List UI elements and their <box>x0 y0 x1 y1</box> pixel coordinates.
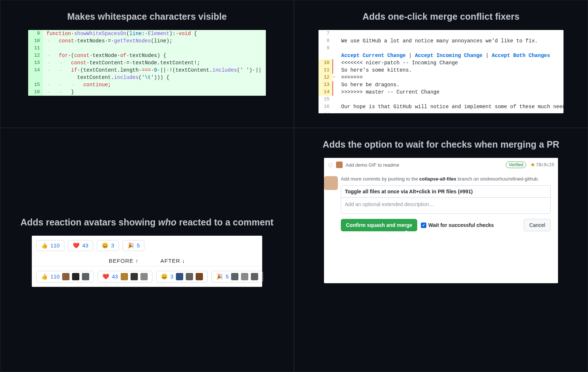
line-number: 12 <box>28 52 43 59</box>
feature-conflict-fixers: Adds one-click merge conflict fixers 7 8… <box>294 0 588 128</box>
timeline-dot-icon: ⊙ <box>328 161 333 169</box>
checkbox-checked-icon: ✓ <box>421 223 426 228</box>
avatar-icon <box>131 273 138 280</box>
conflict-marker: >>>>>>> master -- Current Change <box>337 88 564 96</box>
avatar-icon <box>196 273 203 280</box>
line-number: 9 <box>28 30 43 37</box>
diff-line: So here be dragons. <box>337 81 564 88</box>
commit-message: Add demo GIF to readme <box>346 162 503 168</box>
reaction-laugh[interactable]: 😄 3 <box>97 240 119 251</box>
compare-labels: BEFORE ↑ AFTER ↓ <box>32 255 262 266</box>
code-line: → → if·(textContent.length·===·0·||·!(te… <box>43 67 265 74</box>
before-label: BEFORE ↑ <box>109 258 138 264</box>
line-number <box>28 74 43 81</box>
conflict-diff: 7 8We use GitHub a lot and notice many a… <box>318 30 564 113</box>
code-line: → for·(const·textNode·of·textNodes) { <box>43 52 170 59</box>
after-label: AFTER ↓ <box>161 258 185 264</box>
feature-title: Adds reaction avatars showing who reacte… <box>20 217 274 228</box>
status-pending-icon <box>531 163 534 166</box>
avatar-icon <box>62 273 69 280</box>
push-hint: Add more commits by pushing to the colla… <box>341 176 551 182</box>
code-line: → → → continue; <box>43 81 115 88</box>
wait-checks-checkbox[interactable]: ✓Wait for successful checks <box>421 222 494 228</box>
accept-current-link[interactable]: Accept Current Change <box>341 53 406 58</box>
merge-desc-input[interactable]: Add an optional extended description… <box>341 198 551 214</box>
feature-title: Adds one-click merge conflict fixers <box>362 11 519 22</box>
line-number: 13 <box>28 59 43 67</box>
diff-line <box>337 30 564 37</box>
code-line: → → const·textContent·=·textNode.textCon… <box>43 59 204 67</box>
code-line: → → } <box>43 88 78 96</box>
feature-title: Adds the option to wait for checks when … <box>323 139 559 150</box>
commit-sha[interactable]: 78c9c25 <box>531 162 554 167</box>
code-line: → const·textNodes·=·getTextNodes(line); <box>43 37 176 45</box>
avatar-icon <box>336 162 343 168</box>
merge-title-input[interactable]: Toggle all files at once via Alt+click i… <box>341 185 551 198</box>
avatar-icon <box>121 273 128 280</box>
line-number: 14 <box>28 67 43 74</box>
cancel-button[interactable]: Cancel <box>524 219 551 231</box>
reaction-laugh[interactable]: 😄 3 <box>156 271 208 282</box>
avatar-icon <box>241 273 248 280</box>
avatar-icon <box>251 273 258 280</box>
confirm-merge-button[interactable]: Confirm squash and merge↖ <box>341 219 417 231</box>
conflict-marker: <<<<<<< nicer-patch -- Incoming Change <box>337 59 564 67</box>
diff-line: We use GitHub a lot and notice many anno… <box>337 37 564 45</box>
avatar-icon <box>186 273 193 280</box>
diff-line <box>337 96 564 103</box>
diff-line: Our hope is that GitHub will notice and … <box>337 103 564 110</box>
reaction-party[interactable]: 🎉 5 <box>122 240 144 251</box>
cursor-icon: ↖ <box>405 229 409 235</box>
avatar-icon <box>72 273 79 280</box>
avatar-icon <box>324 176 338 190</box>
line-number: 16 <box>28 88 43 96</box>
code-diff-viewer: 9function·showWhiteSpacesOn(line:·Elemen… <box>28 30 266 96</box>
line-number: 11 <box>28 45 43 52</box>
merge-panel: ⊙ Add demo GIF to readme Verified 78c9c2… <box>324 158 558 283</box>
line-number: 15 <box>28 81 43 88</box>
avatar-icon <box>140 273 148 280</box>
code-line <box>43 45 53 52</box>
diff-line: So here's some kittens. <box>337 67 564 74</box>
accept-both-link[interactable]: Accept Both Changes <box>492 53 550 58</box>
diff-line <box>337 45 564 52</box>
feature-reaction-avatars: Adds reaction avatars showing who reacte… <box>0 128 294 372</box>
reactions-compare: 👍 110 ❤️ 43 😄 3 🎉 5 BEFORE ↑ AFTER ↓ 👍 1… <box>32 236 262 287</box>
avatar-icon <box>82 273 89 280</box>
avatar-icon <box>176 273 183 280</box>
line-number: 10 <box>28 37 43 45</box>
reactions-before-row: 👍 110 ❤️ 43 😄 3 🎉 5 <box>32 236 262 255</box>
reaction-party[interactable]: 🎉 5 <box>211 271 263 282</box>
verified-badge: Verified <box>506 162 526 168</box>
reaction-thumbs[interactable]: 👍 110 <box>36 240 64 251</box>
commit-header: ⊙ Add demo GIF to readme Verified 78c9c2… <box>324 158 558 172</box>
feature-wait-for-checks: Adds the option to wait for checks when … <box>294 128 588 372</box>
feature-title: Makes whitespace characters visible <box>67 11 227 22</box>
reaction-heart[interactable]: ❤️ 43 <box>68 240 93 251</box>
accept-incoming-link[interactable]: Accept Incoming Change <box>415 53 483 58</box>
feature-whitespace: Makes whitespace characters visible 9fun… <box>0 0 294 128</box>
code-line: textContent.includes('\t'))) { <box>43 74 173 81</box>
reactions-after-row: 👍 110 ❤️ 43 😄 3 🎉 5 <box>32 266 262 287</box>
conflict-marker: ======= <box>337 74 564 81</box>
avatar-icon <box>231 273 238 280</box>
reaction-thumbs[interactable]: 👍 110 <box>36 271 94 282</box>
code-line: function·showWhiteSpacesOn(line:·Element… <box>43 30 201 37</box>
reaction-heart[interactable]: ❤️ 43 <box>98 271 152 282</box>
conflict-actions: Accept Current Change | Accept Incoming … <box>337 52 564 59</box>
